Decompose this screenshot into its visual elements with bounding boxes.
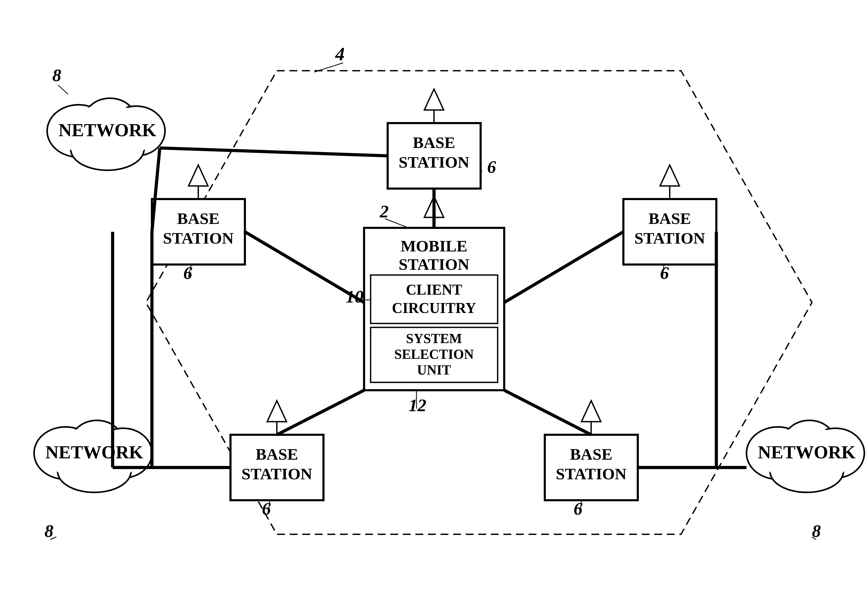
base-station-right-label2: STATION <box>634 229 705 247</box>
system-selection-label3: UNIT <box>417 363 451 377</box>
svg-text:NETWORK: NETWORK <box>758 442 856 462</box>
base-station-right-label1: BASE <box>648 209 691 227</box>
base-station-left-label1: BASE <box>177 209 220 227</box>
base-station-bottom-right-label2: STATION <box>556 465 626 483</box>
ref-8-top-left: 8 <box>53 65 61 85</box>
base-station-bottom-right-label1: BASE <box>570 445 612 463</box>
ref-12: 12 <box>409 395 426 415</box>
base-station-left-label2: STATION <box>163 229 234 247</box>
base-station-bottom-left-label1: BASE <box>256 445 298 463</box>
mobile-station-label2: STATION <box>398 255 470 273</box>
svg-text:NETWORK: NETWORK <box>58 120 156 140</box>
svg-text:NETWORK: NETWORK <box>45 442 143 462</box>
ref-2: 2 <box>380 202 389 221</box>
client-circuitry-label1: CLIENT <box>406 282 462 298</box>
mobile-station-label1: MOBILE <box>401 237 468 255</box>
base-station-top-label1: BASE <box>413 133 455 151</box>
ref-4: 4 <box>335 43 345 64</box>
ref-6-top: 6 <box>487 157 496 177</box>
system-selection-label2: SELECTION <box>394 347 474 362</box>
ref-6-right: 6 <box>660 263 669 283</box>
ref-8-bottom-left: 8 <box>45 521 53 541</box>
base-station-top-label2: STATION <box>398 153 470 171</box>
system-selection-label1: SYSTEM <box>406 331 462 346</box>
base-station-bottom-left-label2: STATION <box>242 465 312 483</box>
client-circuitry-label2: CIRCUITRY <box>392 300 476 316</box>
